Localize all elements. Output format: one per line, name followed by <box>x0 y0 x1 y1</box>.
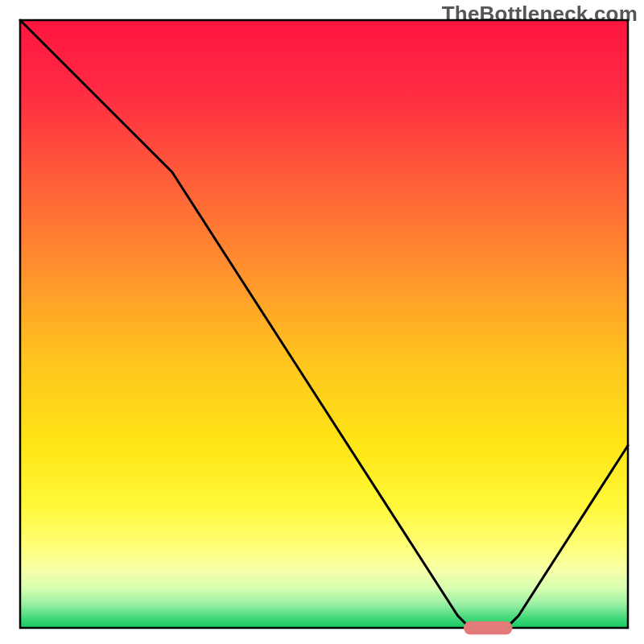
chart-container: TheBottleneck.com <box>0 0 644 644</box>
bottleneck-chart <box>0 0 644 644</box>
optimal-marker <box>464 621 512 635</box>
